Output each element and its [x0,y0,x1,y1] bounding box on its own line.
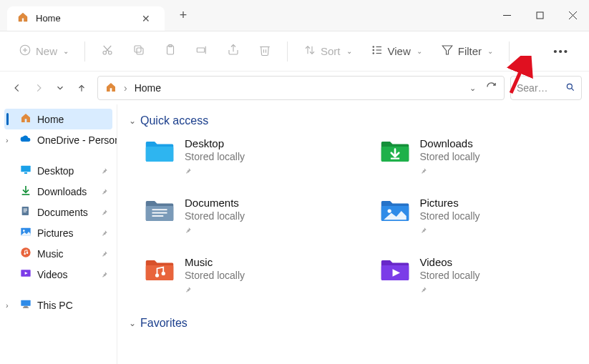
folder-sub: Stored locally [185,270,245,281]
svg-point-21 [373,49,374,51]
command-toolbar: New ⌄ Sort ⌄ View ⌄ Filter ⌄ ••• [0,31,589,72]
folder-videos[interactable]: Videos Stored locally [379,256,578,295]
breadcrumb-current[interactable]: Home [135,82,161,94]
sidebar-item-home[interactable]: Home [4,109,112,129]
more-button[interactable]: ••• [545,41,578,62]
svg-rect-11 [137,48,143,54]
documents-folder-icon [143,197,176,225]
folder-music[interactable]: Music Stored locally [143,256,343,295]
sidebar-item-desktop[interactable]: Desktop [0,160,117,181]
search-placeholder: Sear… [517,82,561,94]
sidebar-item-music[interactable]: Music [0,243,117,264]
download-icon [20,185,31,198]
main-area: Home › OneDrive - Personal Desktop Downl… [0,104,589,364]
copy-button[interactable] [125,39,152,63]
sidebar-label: OneDrive - Personal [37,134,117,146]
filter-icon [441,44,454,59]
folder-name: Documents [185,197,245,209]
sort-icon [303,44,316,59]
share-button[interactable] [220,39,247,63]
sidebar-label: Pictures [37,227,74,239]
sidebar-label: This PC [37,300,73,311]
svg-rect-15 [197,48,205,52]
section-favorites[interactable]: ⌄ Favorites [129,317,578,330]
filter-button[interactable]: Filter ⌄ [434,39,500,63]
title-bar: Home ✕ + [0,0,589,31]
folder-name: Desktop [185,137,245,149]
pc-icon [20,298,31,312]
quick-access-grid: Desktop Stored locally Downloads Stored … [143,137,578,295]
chevron-down-icon: ⌄ [129,318,136,328]
svg-point-58 [155,273,159,277]
folder-sub: Stored locally [420,210,480,222]
rename-button[interactable] [188,39,215,63]
paste-icon [164,44,177,59]
pictures-icon [20,226,31,240]
folder-sub: Stored locally [185,151,245,162]
minimize-button[interactable] [490,0,523,31]
view-button[interactable]: View ⌄ [364,39,429,63]
separator [509,41,510,62]
paste-button[interactable] [157,39,184,63]
folder-downloads[interactable]: Downloads Stored locally [379,137,578,177]
maximize-button[interactable] [523,0,556,31]
pin-icon [101,207,108,218]
expand-icon[interactable]: › [6,301,9,310]
sidebar-item-downloads[interactable]: Downloads [0,181,117,202]
folder-name: Pictures [420,197,480,209]
sidebar-item-onedrive[interactable]: › OneDrive - Personal [0,129,117,150]
home-icon [20,112,31,126]
svg-point-59 [162,272,165,275]
separator [287,41,288,62]
folder-pictures[interactable]: Pictures Stored locally [379,197,578,236]
content-pane: ⌄ Quick access Desktop Stored locally Do… [117,104,589,364]
pin-icon [101,269,108,280]
rename-icon [195,44,208,59]
pin-icon [101,227,108,239]
documents-icon [20,205,31,219]
sidebar-label: Desktop [37,165,74,177]
sidebar-item-documents[interactable]: Documents [0,202,117,222]
chevron-right-icon[interactable]: › [124,82,127,94]
more-icon: ••• [553,45,569,57]
svg-rect-53 [152,212,167,214]
sort-button[interactable]: Sort ⌄ [296,39,359,63]
pin-icon [101,165,108,177]
sidebar-item-videos[interactable]: Videos [0,264,117,285]
expand-icon[interactable]: › [6,136,9,144]
back-button[interactable] [7,77,27,99]
tab-close-button[interactable]: ✕ [137,11,155,26]
forward-button[interactable] [29,77,49,99]
refresh-button[interactable] [486,82,497,94]
chevron-down-icon[interactable]: ⌄ [469,84,476,93]
sort-label: Sort [321,45,341,57]
svg-point-39 [23,230,25,232]
new-button[interactable]: New ⌄ [11,39,76,63]
desktop-icon [20,164,31,177]
window-tab[interactable]: Home ✕ [7,6,165,31]
sidebar-item-pictures[interactable]: Pictures [0,222,117,243]
cut-button[interactable] [94,39,121,63]
section-title: Favorites [140,317,188,330]
svg-point-41 [24,253,26,255]
address-field[interactable]: › Home ⌄ [97,76,505,100]
folder-sub: Stored locally [420,151,480,162]
folder-desktop[interactable]: Desktop Stored locally [143,137,343,177]
close-window-button[interactable] [556,0,589,31]
svg-rect-12 [135,46,141,52]
folder-documents[interactable]: Documents Stored locally [143,197,343,236]
pictures-folder-icon [379,197,412,225]
svg-rect-35 [24,209,27,210]
up-button[interactable] [72,77,92,99]
pin-icon [420,225,480,236]
sidebar-item-thispc[interactable]: › This PC [0,295,117,315]
recent-button[interactable] [50,77,70,99]
new-tab-button[interactable]: + [172,4,195,27]
chevron-down-icon: ⌄ [129,116,136,126]
search-icon [565,82,575,94]
section-quick-access[interactable]: ⌄ Quick access [129,114,578,127]
copy-icon [132,44,145,59]
svg-point-56 [387,209,391,212]
search-input[interactable]: Sear… [510,76,582,100]
delete-button[interactable] [251,39,278,63]
